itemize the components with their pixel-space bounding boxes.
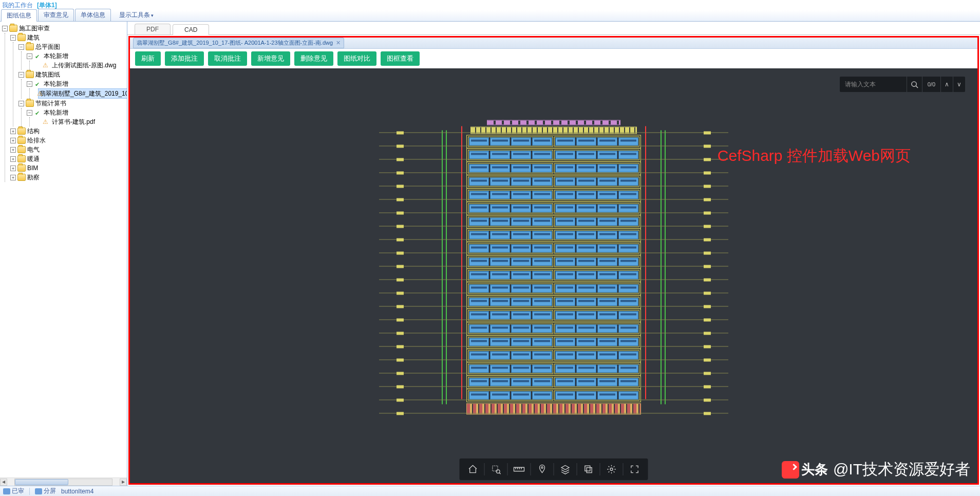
expander-icon[interactable]: + xyxy=(10,128,16,134)
expander-icon[interactable]: − xyxy=(18,72,24,78)
svg-line-1 xyxy=(916,86,918,88)
tab-cad[interactable]: CAD xyxy=(173,24,209,35)
zoom-area-icon[interactable] xyxy=(486,459,506,480)
tree-file-upload[interactable]: 上传测试图纸-原图.dwg xyxy=(52,61,116,70)
expander-icon[interactable]: − xyxy=(18,44,24,50)
tab-pdf[interactable]: PDF xyxy=(135,24,171,34)
scroll-right-icon[interactable]: ▶ xyxy=(120,479,127,486)
search-icon[interactable] xyxy=(907,77,922,92)
svg-point-0 xyxy=(912,81,916,86)
tree-round[interactable]: 本轮新增 xyxy=(44,79,68,88)
expander-icon[interactable]: + xyxy=(10,147,16,153)
scroll-left-icon[interactable]: ◀ xyxy=(0,479,7,486)
folder-icon xyxy=(26,43,34,50)
tab-unit-info[interactable]: 单体信息 xyxy=(75,9,111,21)
workbench-title[interactable]: 我的工作台 xyxy=(2,1,33,10)
secondary-tab-bar: 图纸信息 审查意见 单体信息 显示工具条▾ xyxy=(0,10,980,22)
expander-icon[interactable]: − xyxy=(27,81,32,87)
toutiao-logo-icon xyxy=(782,461,799,479)
tree-horizontal-scrollbar[interactable]: ◀ ▶ xyxy=(0,477,127,486)
svg-line-4 xyxy=(499,473,501,474)
expander-icon[interactable]: − xyxy=(27,110,32,116)
tab-review-comments[interactable]: 审查意见 xyxy=(38,9,74,21)
tree-energy[interactable]: 节能计算书 xyxy=(35,99,66,108)
svg-rect-11 xyxy=(587,468,592,473)
expander-icon[interactable]: + xyxy=(10,156,16,162)
viewer-toolbar: 刷新 添加批注 取消批注 新增意见 删除意见 图纸对比 图框查看 xyxy=(130,49,977,68)
check-icon xyxy=(34,52,42,60)
cad-drawing xyxy=(466,120,641,415)
tree-archdraw[interactable]: 建筑图纸 xyxy=(35,70,60,79)
frame-check-button[interactable]: 图框查看 xyxy=(381,51,420,66)
svg-point-3 xyxy=(496,470,500,473)
expander-icon[interactable]: − xyxy=(18,101,24,106)
svg-point-10 xyxy=(541,467,543,468)
fullscreen-icon[interactable] xyxy=(625,459,645,480)
scroll-thumb[interactable] xyxy=(15,479,68,485)
status-button-item[interactable]: buttonItem4 xyxy=(61,488,93,495)
tree-panel: − 施工图审查 −建筑 −总平面图 −本轮新增 上传测试图纸-原图.dwg xyxy=(0,22,127,486)
copy-icon[interactable] xyxy=(578,459,599,480)
tree-bim[interactable]: BIM xyxy=(27,163,38,173)
document-type-tabs: PDF CAD xyxy=(127,22,980,35)
folder-icon xyxy=(17,174,26,181)
tree-file-calc[interactable]: 计算书-建筑.pdf xyxy=(52,117,95,126)
show-toolbar-button[interactable]: 显示工具条▾ xyxy=(114,9,159,21)
canvas-toolbar xyxy=(460,458,648,480)
expander-icon[interactable]: + xyxy=(10,175,16,180)
refresh-button[interactable]: 刷新 xyxy=(135,51,161,66)
add-comment-button[interactable]: 新增意见 xyxy=(251,51,290,66)
layers-icon[interactable] xyxy=(555,459,576,480)
close-file-icon[interactable]: ✕ xyxy=(336,40,341,46)
folder-icon xyxy=(26,71,34,78)
tree-round[interactable]: 本轮新增 xyxy=(44,108,68,117)
folder-icon xyxy=(17,137,26,144)
watermark: 头条 @IT技术资源爱好者 xyxy=(782,459,970,480)
cancel-annotation-button[interactable]: 取消批注 xyxy=(208,51,247,66)
tree-struct[interactable]: 结构 xyxy=(27,126,40,136)
search-prev-icon[interactable]: ∧ xyxy=(940,77,953,92)
status-approved[interactable]: 已审 xyxy=(3,487,24,495)
tree-plan[interactable]: 总平面图 xyxy=(35,42,60,51)
viewer-frame: 翡翠湖别墅_G8#_建筑_2019_10_17-图纸- A2001A-1-23轴… xyxy=(128,36,979,485)
svg-rect-12 xyxy=(585,466,590,471)
tree-file-selected[interactable]: 翡翠湖别墅_G8#_建筑_2019_10_17 xyxy=(38,88,127,99)
search-input[interactable] xyxy=(840,81,907,88)
file-tab-label: 翡翠湖别墅_G8#_建筑_2019_10_17-图纸- A2001A-1-23轴… xyxy=(137,39,333,47)
delete-comment-button[interactable]: 删除意见 xyxy=(294,51,333,66)
tree-round[interactable]: 本轮新增 xyxy=(44,51,68,61)
watermark-logo-text: 头条 xyxy=(801,461,828,479)
expander-icon[interactable]: + xyxy=(10,138,16,143)
folder-icon xyxy=(17,155,26,162)
cad-canvas[interactable]: 0/0 ∧ ∨ xyxy=(130,68,977,483)
unit-title[interactable]: [单体1] xyxy=(37,1,57,10)
home-icon[interactable] xyxy=(463,459,483,480)
tree-elec[interactable]: 电气 xyxy=(27,145,40,154)
check-icon xyxy=(34,80,42,87)
folder-icon xyxy=(17,34,26,41)
compare-button[interactable]: 图纸对比 xyxy=(337,51,376,66)
open-file-tab[interactable]: 翡翠湖别墅_G8#_建筑_2019_10_17-图纸- A2001A-1-23轴… xyxy=(133,38,344,48)
tree-water[interactable]: 给排水 xyxy=(27,136,46,145)
warn-icon xyxy=(42,118,50,125)
tree-arch[interactable]: 建筑 xyxy=(27,33,40,42)
add-annotation-button[interactable]: 添加批注 xyxy=(165,51,204,66)
status-bar: 已审 分屏 buttonItem4 xyxy=(0,486,980,496)
expander-icon[interactable]: − xyxy=(10,35,16,41)
pin-icon[interactable] xyxy=(532,459,553,480)
gear-icon[interactable] xyxy=(601,459,622,480)
tab-drawing-info[interactable]: 图纸信息 xyxy=(1,9,37,22)
expander-icon[interactable]: + xyxy=(10,166,16,171)
search-bar: 0/0 ∧ ∨ xyxy=(840,77,965,92)
status-split[interactable]: 分屏 xyxy=(35,487,56,495)
tree-hvac[interactable]: 暖通 xyxy=(27,154,40,163)
search-result-count: 0/0 xyxy=(922,77,940,92)
tree-survey[interactable]: 勘察 xyxy=(27,173,40,182)
tree-root[interactable]: 施工图审查 xyxy=(19,24,50,33)
split-icon xyxy=(35,488,42,494)
expander-icon[interactable]: − xyxy=(27,53,32,59)
search-next-icon[interactable]: ∨ xyxy=(953,77,965,92)
ruler-icon[interactable] xyxy=(509,459,530,480)
expander-icon[interactable]: − xyxy=(2,26,8,31)
warn-icon xyxy=(42,62,50,69)
